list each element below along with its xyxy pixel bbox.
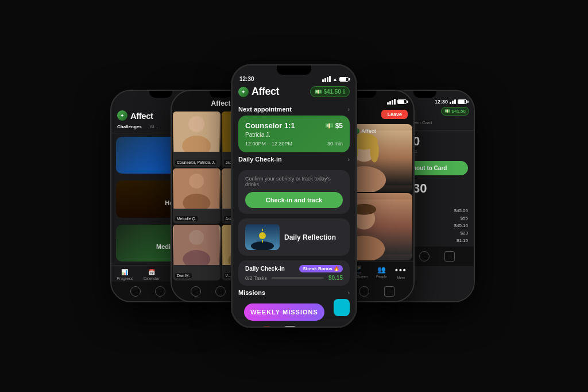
nav-progress-left1[interactable]: 📊 Progress [117,269,133,280]
nav-home-center[interactable]: 🏠 Home [282,326,298,326]
tab-more[interactable]: M... [150,124,158,129]
time-center: 12:30 [239,76,254,82]
bottom-nav-center: 📊 Progress 📅 Calendar 🏠 Home 👥 Community [233,321,355,326]
back-btn-left2[interactable]: ◁ [191,286,201,297]
tasks-card: Daily Check-in Streak Bonus 🔥 0/2 Tasks … [238,260,350,286]
streak-badge: Streak Bonus 🔥 [299,265,343,272]
status-icons-center: ▲ [322,76,349,82]
reflection-title: Daily Reflection [284,233,336,241]
affect-logo-text-female: Affect [361,128,376,134]
wifi-center: ▲ [332,76,338,82]
missions-teal [334,299,350,316]
rewards-amount-right1: $41.50 [452,109,466,114]
section-arrow-checkin[interactable]: › [348,156,350,163]
logo-icon-center: ✦ [238,87,249,97]
notch-left1 [149,91,172,98]
video-cell-3: Melodie Q. [173,168,220,224]
more-icon: ••• [395,266,407,275]
nav-community-center[interactable]: 👥 Community [305,326,325,326]
home-btn-left1[interactable]: ○ [155,286,165,297]
home-btn-left2[interactable]: ○ [215,286,226,297]
svg-point-13 [189,230,204,245]
rewards-amount-center: $41.50 [323,89,341,95]
nav-calendar-center[interactable]: 📅 Calendar [259,326,275,326]
missions-btn[interactable]: WEEKLY MISSIONS [244,303,324,321]
info-icon-center[interactable]: ℹ [343,89,345,95]
checkin-card: Confirm your sobriety or track today's d… [238,170,350,214]
money-icon-center: 💵 [315,89,322,95]
checkin-btn[interactable]: Check-in and track [245,192,343,208]
people-label: People [376,275,387,278]
square-btn-right1[interactable]: □ [444,251,455,262]
appt-time: 12:00PM – 12:30PM [245,141,292,147]
video-name-3: Melodie Q. [175,216,198,221]
app-header-center: ✦ Affect 💵 $41.50 ℹ [233,83,355,101]
home-btn-right1[interactable]: ○ [419,251,430,262]
video-cell-5: Dan M. [173,225,220,280]
section-arrow-appointment[interactable]: › [348,106,350,113]
nav-progress-center[interactable]: 📊 Progress [236,326,252,326]
battery-right1 [458,99,467,104]
notch-left2 [210,91,233,98]
reflection-card[interactable]: Daily Reflection [238,218,350,256]
nav-home-btn[interactable]: 🏠 [282,326,298,326]
logo-center: ✦ Affect [238,86,279,98]
appt-name: Patricia J. [245,132,343,138]
section-title-missions: Missions [238,289,265,296]
notch-right1 [413,91,436,98]
svg-point-29 [370,140,379,162]
section-title-appointment: Next appointment [238,106,292,113]
rewards-badge-center[interactable]: 💵 $41.50 ℹ [310,86,350,97]
affect-watermark-left2: Affect [208,99,233,108]
svg-point-21 [259,232,266,239]
tasks-reward: $0.15 [328,275,343,281]
video-name-1: Counselor, Patricia J. [175,160,216,165]
zoom-ctrl-people[interactable]: 👥 People [376,266,387,279]
tasks-progress: 0/2 Tasks [245,275,267,281]
section-header-appointment: Next appointment › [233,101,355,116]
nav-challenges-center[interactable]: 🏆 Challenges [332,326,352,326]
time-right1: 12:30 [435,99,448,105]
appt-duration: 30 min [327,141,343,147]
section-header-checkin: Daily Check-in › [233,152,355,166]
section-arrow-missions[interactable]: › [348,290,350,296]
more-label: More [397,276,405,279]
rewards-badge-right1[interactable]: 💵 $41.50 [441,107,469,116]
battery-right2 [397,99,407,104]
svg-point-1 [188,116,204,132]
money-icon-right1: 💵 [444,109,450,114]
back-btn-left1[interactable]: ◁ [130,286,141,297]
home-btn-right2[interactable]: ○ [359,286,369,297]
battery-center [339,77,349,82]
phone-center: 12:30 ▲ ✦ [231,64,357,328]
zoom-ctrl-more[interactable]: ••• More [395,266,407,279]
scene: ✦ Affect Challenges M... Life skills [0,0,588,392]
signal-center [322,76,331,82]
appt-title: Counselor 1:1 [245,121,295,130]
svg-point-7 [189,174,204,189]
reflection-img [245,224,280,250]
appt-reward: 💵 $5 [325,122,343,130]
notch-center [277,66,311,75]
tasks-progressbar [272,277,324,279]
section-title-checkin: Daily Check-in [238,156,282,163]
nav-calendar-left1[interactable]: 📅 Calendar [144,269,160,280]
appointment-card[interactable]: Counselor 1:1 💵 $5 Patricia J. 12:00PM –… [238,116,350,152]
tasks-label: Daily Check-in [245,266,285,272]
missions-row: WEEKLY MISSIONS [238,299,350,321]
logo-text-left1: Affect [130,111,153,121]
video-name-5: Dan M. [175,273,192,278]
section-header-missions: Missions › [233,286,355,299]
square-btn-right2[interactable]: □ [384,286,394,297]
tab-challenges[interactable]: Challenges [117,124,142,129]
logo-text-center: Affect [252,86,279,98]
video-cell-1: Counselor, Patricia J. [173,112,220,167]
logo-icon-left1: ✦ [117,110,127,121]
leave-btn[interactable]: Leave [381,110,408,119]
people-icon: 👥 [377,266,386,274]
checkin-label: Confirm your sobriety or track today's d… [245,176,343,187]
